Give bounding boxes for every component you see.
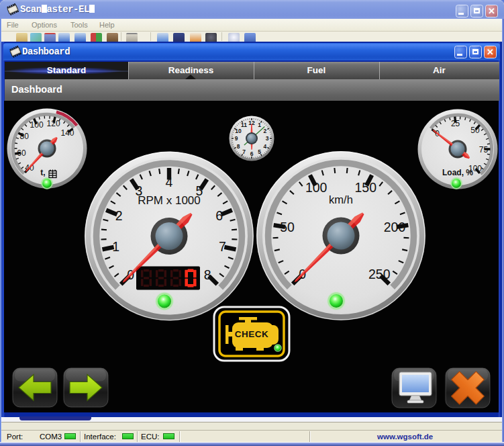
svg-text:60: 60 — [17, 148, 26, 158]
svg-text:6: 6 — [250, 150, 254, 157]
svg-text:Load, %: Load, % — [442, 168, 473, 177]
svg-text:150: 150 — [355, 180, 377, 195]
svg-text:250: 250 — [368, 267, 391, 281]
svg-text:140: 140 — [60, 128, 74, 138]
svg-text:7: 7 — [242, 148, 246, 155]
svg-text:5: 5 — [258, 148, 261, 155]
svg-text:7: 7 — [219, 239, 226, 254]
svg-text:80: 80 — [20, 132, 30, 141]
svg-text:3: 3 — [266, 135, 269, 142]
svg-text:1: 1 — [112, 239, 119, 254]
svg-text:1: 1 — [258, 122, 261, 128]
svg-text:25: 25 — [451, 119, 460, 128]
svg-text:9: 9 — [235, 135, 238, 142]
svg-text:50: 50 — [470, 126, 480, 135]
svg-text:200: 200 — [384, 220, 406, 234]
svg-text:120: 120 — [47, 119, 60, 128]
svg-text:6: 6 — [215, 208, 223, 223]
svg-text:4: 4 — [166, 175, 173, 189]
svg-text:CHECK: CHECK — [235, 329, 269, 339]
svg-text:km/h: km/h — [329, 193, 353, 206]
svg-text:RPM x 1000: RPM x 1000 — [138, 194, 201, 207]
svg-text:t,: t, — [40, 168, 45, 177]
svg-text:50: 50 — [280, 220, 295, 234]
svg-text:100: 100 — [30, 120, 44, 130]
svg-text:4: 4 — [264, 143, 267, 150]
svg-text:2: 2 — [115, 208, 123, 223]
svg-text:75: 75 — [479, 145, 489, 154]
svg-text:8: 8 — [204, 267, 211, 282]
svg-text:8: 8 — [237, 143, 240, 150]
svg-text:11: 11 — [241, 122, 247, 128]
svg-text:2: 2 — [264, 128, 267, 134]
svg-text:100: 100 — [305, 180, 327, 195]
